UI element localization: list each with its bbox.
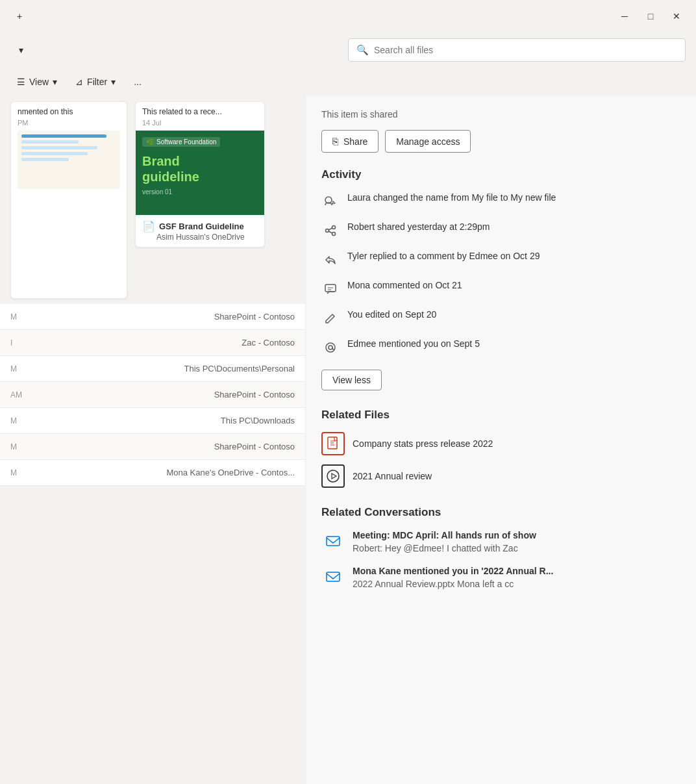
row-prefix: I (10, 338, 23, 348)
commented-card-time: PM (11, 119, 127, 131)
window-controls: ─ □ ✕ (615, 7, 686, 25)
manage-access-button[interactable]: Manage access (385, 130, 471, 153)
svg-point-6 (329, 346, 332, 349)
activity-item: Laura changed the name from My file to M… (321, 192, 680, 210)
view-button[interactable]: ☰ View ▾ (10, 73, 64, 91)
filter-icon: ⊿ (75, 77, 83, 87)
commented-card-header: nmented on this (11, 102, 127, 119)
close-button[interactable]: ✕ (667, 7, 686, 25)
activity-item: You edited on Sept 20 (321, 309, 680, 327)
related-file-name-0: Company stats press release 2022 (353, 438, 493, 449)
activity-item: Tyler replied to a comment by Edmee on O… (321, 250, 680, 269)
related-conv-item[interactable]: Mona Kane mentioned you in '2022 Annual … (321, 565, 680, 590)
action-buttons: ⎘ Share Manage access (321, 130, 680, 153)
recent-card-header: This related to a rece... (136, 102, 264, 119)
view-icon: ☰ (17, 77, 25, 87)
list-item[interactable]: M Mona Kane's OneDrive - Contos... (0, 460, 305, 486)
search-input[interactable] (374, 45, 677, 55)
svg-point-5 (326, 343, 335, 352)
svg-marker-9 (332, 474, 336, 479)
related-file-name-1: 2021 Annual review (353, 471, 432, 481)
row-prefix: M (10, 312, 23, 322)
pdf-icon (321, 432, 345, 455)
activity-item: Edmee mentioned you on Sept 5 (321, 338, 680, 357)
reply-arrow-icon (321, 251, 340, 269)
leaf-icon: 🌿 (146, 138, 154, 145)
left-file-list: M SharePoint - Contoso I Zac - Contoso M… (0, 304, 305, 784)
email-icon-1 (321, 565, 345, 588)
maximize-button[interactable]: □ (641, 7, 660, 25)
card-title-line1: Brand (142, 153, 258, 169)
pdf-file-icon: 📄 (142, 220, 155, 233)
card-title-line2: guideline (142, 169, 258, 184)
list-item[interactable]: M SharePoint - Contoso (0, 434, 305, 460)
row-prefix: M (10, 416, 23, 425)
activity-item: Robert shared yesterday at 2:29pm (321, 221, 680, 240)
email-icon-0 (321, 529, 345, 553)
comment-icon (321, 280, 340, 298)
svg-point-8 (327, 470, 339, 482)
filter-button[interactable]: ⊿ Filter ▾ (69, 73, 122, 91)
svg-point-1 (332, 226, 336, 229)
right-panel: This item is shared ⎘ Share Manage acces… (305, 96, 696, 784)
card-file-info: 📄 GSF Brand Guideline Asim Hussain's One… (136, 215, 264, 247)
related-conversations-title: Related Conversations (321, 506, 680, 519)
related-conversations-list: Meeting: MDC April: All hands run of sho… (321, 529, 680, 590)
toolbar: ☰ View ▾ ⊿ Filter ▾ ... (0, 68, 305, 96)
view-less-button[interactable]: View less (321, 370, 382, 390)
conv-text-1: Mona Kane mentioned you in '2022 Annual … (353, 565, 553, 590)
related-files-title: Related Files (321, 409, 680, 422)
video-icon (321, 464, 345, 488)
search-box[interactable]: 🔍 (348, 38, 686, 62)
brand-tag-text: Software Foundation (156, 138, 216, 145)
svg-point-2 (332, 233, 336, 236)
svg-rect-10 (327, 537, 340, 546)
related-conv-item[interactable]: Meeting: MDC April: All hands run of sho… (321, 529, 680, 555)
row-prefix: M (10, 468, 23, 477)
row-location: SharePoint - Contoso (214, 442, 295, 451)
row-prefix: AM (10, 390, 23, 399)
activity-text-1: Robert shared yesterday at 2:29pm (347, 221, 490, 234)
activity-list: Laura changed the name from My file to M… (321, 192, 680, 357)
row-location: Zac - Contoso (242, 338, 295, 348)
card-file-location: Asim Hussain's OneDrive (142, 233, 258, 242)
activity-text-4: You edited on Sept 20 (347, 309, 436, 322)
related-file-item[interactable]: Company stats press release 2022 (321, 432, 680, 455)
mention-icon (321, 338, 340, 357)
activity-title: Activity (321, 168, 680, 181)
row-prefix: M (10, 364, 23, 373)
more-options-button[interactable]: ... (127, 73, 148, 91)
share-arrow-icon (321, 221, 340, 240)
nav-dropdown-button[interactable]: ▾ (10, 40, 31, 60)
row-prefix: M (10, 442, 23, 451)
activity-text-2: Tyler replied to a comment by Edmee on O… (347, 250, 540, 263)
row-location: SharePoint - Contoso (214, 312, 295, 322)
list-item[interactable]: M SharePoint - Contoso (0, 304, 305, 330)
minimize-button[interactable]: ─ (615, 7, 634, 25)
svg-point-3 (326, 229, 329, 233)
related-file-item[interactable]: 2021 Annual review (321, 464, 680, 488)
shared-label: This item is shared (321, 109, 680, 120)
list-item[interactable]: AM SharePoint - Contoso (0, 382, 305, 408)
activity-item: Mona commented on Oct 21 (321, 279, 680, 298)
list-item[interactable]: I Zac - Contoso (0, 330, 305, 356)
commented-card[interactable]: nmented on this PM (10, 101, 127, 299)
activity-text-3: Mona commented on Oct 21 (347, 279, 462, 292)
card-version: version 01 (142, 188, 258, 196)
recent-card-date: 14 Jul (136, 119, 264, 131)
row-location: Mona Kane's OneDrive - Contos... (166, 468, 295, 477)
row-location: SharePoint - Contoso (214, 390, 295, 399)
window-chrome: + ─ □ ✕ (0, 0, 696, 32)
share-button[interactable]: ⎘ Share (321, 130, 379, 153)
search-icon: 🔍 (356, 44, 369, 56)
person-edit-icon (321, 192, 340, 210)
list-item[interactable]: M This PC\Downloads (0, 408, 305, 434)
row-location: This PC\Downloads (221, 416, 295, 425)
conv-text-0: Meeting: MDC April: All hands run of sho… (353, 529, 536, 555)
pencil-icon (321, 309, 340, 327)
filter-chevron-icon: ▾ (111, 77, 116, 87)
list-item[interactable]: M This PC\Documents\Personal (0, 356, 305, 382)
recent-activity-card[interactable]: This related to a rece... 14 Jul 🌿 Softw… (135, 101, 265, 247)
new-tab-button[interactable]: + (10, 7, 29, 25)
activity-text-0: Laura changed the name from My file to M… (347, 192, 556, 205)
